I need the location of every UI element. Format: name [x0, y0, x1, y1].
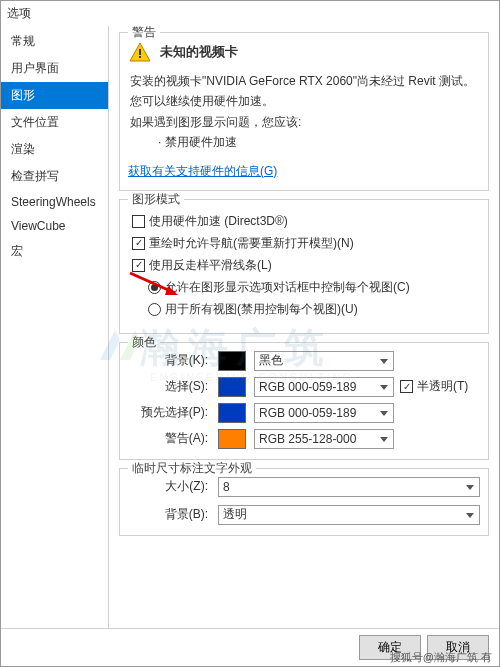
- sidebar-item-graphics[interactable]: 图形: [1, 82, 108, 109]
- warning-heading: 未知的视频卡: [160, 43, 238, 61]
- hw-accel-checkbox[interactable]: [132, 215, 145, 228]
- bg-color-label: 背景(K):: [132, 352, 212, 369]
- graphics-mode-group: 图形模式 使用硬件加速 (Direct3D®) 重绘时允许导航(需要重新打开模型…: [119, 199, 489, 334]
- temp-dim-group-title: 临时尺寸标注文字外观: [128, 460, 256, 477]
- bg-color-combo[interactable]: 黑色: [254, 351, 394, 371]
- category-sidebar: 常规 用户界面 图形 文件位置 渲染 检查拼写 SteeringWheels V…: [1, 26, 109, 628]
- size-label: 大小(Z):: [132, 478, 212, 495]
- bg-color-swatch[interactable]: [218, 351, 246, 371]
- semi-transparent-label: 半透明(T): [417, 378, 468, 395]
- credit-text: 搜狐号@瀚海广筑 有: [390, 650, 492, 665]
- svg-marker-3: [165, 286, 178, 295]
- sidebar-item-viewcube[interactable]: ViewCube: [1, 214, 108, 238]
- sel-color-combo[interactable]: RGB 000-059-189: [254, 377, 394, 397]
- all-views-label: 用于所有视图(禁用控制每个视图)(U): [165, 301, 358, 318]
- per-view-label: 允许在图形显示选项对话框中控制每个视图(C): [165, 279, 410, 296]
- presel-color-combo[interactable]: RGB 000-059-189: [254, 403, 394, 423]
- sidebar-item-render[interactable]: 渲染: [1, 136, 108, 163]
- redraw-nav-label: 重绘时允许导航(需要重新打开模型)(N): [149, 235, 354, 252]
- temp-bg-combo[interactable]: 透明: [218, 505, 480, 525]
- semi-transparent-checkbox[interactable]: [400, 380, 413, 393]
- hw-accel-label: 使用硬件加速 (Direct3D®): [149, 213, 288, 230]
- size-combo[interactable]: 8: [218, 477, 480, 497]
- annotation-arrow: [120, 268, 180, 298]
- warn-color-label: 警告(A):: [132, 430, 212, 447]
- sidebar-item-steeringwheels[interactable]: SteeringWheels: [1, 190, 108, 214]
- temp-bg-label: 背景(B):: [132, 506, 212, 523]
- warn-color-combo[interactable]: RGB 255-128-000: [254, 429, 394, 449]
- sel-color-swatch[interactable]: [218, 377, 246, 397]
- graphics-group-title: 图形模式: [128, 191, 184, 208]
- presel-color-label: 预先选择(P):: [132, 404, 212, 421]
- sidebar-item-spellcheck[interactable]: 检查拼写: [1, 163, 108, 190]
- sidebar-item-general[interactable]: 常规: [1, 28, 108, 55]
- svg-rect-1: [139, 56, 141, 58]
- warning-text-3: 如果遇到图形显示问题，您应该:: [130, 112, 480, 132]
- colors-group: 颜色 背景(K): 黑色 选择(S): RGB 000-059-189 半透明(…: [119, 342, 489, 460]
- warning-text-1: 安装的视频卡"NVIDIA GeForce RTX 2060"尚未经过 Revi…: [130, 71, 480, 91]
- sel-color-label: 选择(S):: [132, 378, 212, 395]
- all-views-radio[interactable]: [148, 303, 161, 316]
- sidebar-item-ui[interactable]: 用户界面: [1, 55, 108, 82]
- temp-dim-group: 临时尺寸标注文字外观 大小(Z): 8 背景(B): 透明: [119, 468, 489, 536]
- warning-icon: [128, 41, 152, 65]
- warning-text-2: 您可以继续使用硬件加速。: [130, 91, 480, 111]
- warning-bullet: · 禁用硬件加速: [158, 132, 480, 152]
- warn-color-swatch[interactable]: [218, 429, 246, 449]
- colors-group-title: 颜色: [128, 334, 160, 351]
- sidebar-item-file-location[interactable]: 文件位置: [1, 109, 108, 136]
- sidebar-item-macro[interactable]: 宏: [1, 238, 108, 265]
- warning-group: 警告 未知的视频卡 安装的视频卡"NVIDIA GeForce RTX 2060…: [119, 32, 489, 191]
- warning-group-title: 警告: [128, 26, 160, 41]
- svg-rect-0: [139, 49, 141, 55]
- dialog-title: 选项: [1, 1, 499, 26]
- hardware-info-link[interactable]: 获取有关支持硬件的信息(G): [128, 163, 277, 180]
- presel-color-swatch[interactable]: [218, 403, 246, 423]
- redraw-nav-checkbox[interactable]: [132, 237, 145, 250]
